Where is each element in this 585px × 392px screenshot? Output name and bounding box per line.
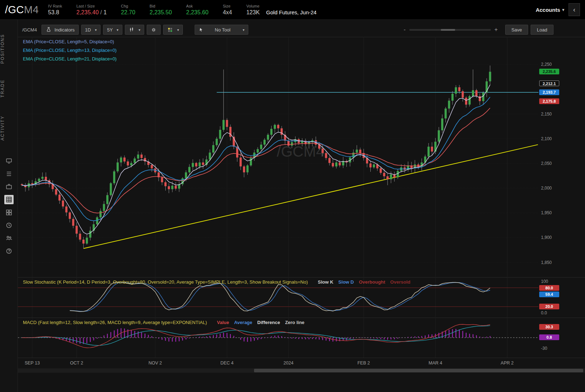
time-axis-label: SEP 13	[25, 361, 40, 366]
legend-item: Oversold	[390, 279, 410, 285]
zoom-slider-thumb[interactable]	[441, 29, 455, 31]
app-window: /GCM4 IV Rank53.8Last / Size2,235.40 / 1…	[0, 0, 585, 392]
symbol-title: /GCM4	[5, 4, 39, 16]
macd-study-label: MACD (Fast length=12, Slow length=26, MA…	[23, 320, 304, 325]
quote-field-label: Ask	[186, 4, 208, 8]
collapse-panel-button[interactable]: ‹	[569, 3, 580, 16]
main-price-chart[interactable]: /GCM4	[18, 37, 562, 277]
price-tick-label: 2,250	[541, 62, 552, 67]
drawing-tool-value: No Tool	[215, 27, 230, 33]
time-axis-label: MAR 4	[429, 361, 442, 366]
range-dropdown[interactable]: 5Y ▾	[103, 25, 122, 35]
ema-label: EMA (Price=CLOSE, Length=21, Displace=0)	[23, 56, 117, 62]
stochastic-study-label: Slow Stochastic (K Period=14, D Period=3…	[23, 279, 410, 285]
header-bar: /GCM4 IV Rank53.8Last / Size2,235.40 / 1…	[0, 0, 585, 20]
sidebar-dashboard-icon[interactable]	[4, 208, 14, 217]
grid-layout-dropdown[interactable]: ▾	[163, 25, 183, 35]
stochastic-label-text: Slow Stochastic (K Period=14, D Period=3…	[23, 279, 308, 285]
load-button[interactable]: Load	[531, 25, 554, 35]
price-tick-label: 2,100	[541, 136, 552, 141]
legend-item: Slow D	[338, 279, 354, 285]
chevron-down-icon: ▾	[562, 8, 564, 12]
dashboard-icon	[5, 209, 13, 216]
sidebar-tab-trade[interactable]: TRADE	[0, 79, 18, 98]
chart-workspace: /GCM4 Indicators 1D ▾ 5Y ▾ ▾ ▾	[18, 20, 585, 392]
flask-icon	[45, 26, 52, 33]
quote-value-part: 2,235.40	[77, 9, 99, 15]
sidebar-tv-icon[interactable]	[4, 182, 14, 191]
accounts-dropdown[interactable]: Accounts ▾	[536, 7, 564, 13]
zoom-control: - +	[404, 26, 498, 33]
time-axis-label: OCT 2	[70, 361, 83, 366]
quote-field-value: 2,235.40 / 1	[77, 9, 107, 16]
sidebar-monitor-icon[interactable]	[4, 156, 14, 166]
ema-label: EMA (Price=CLOSE, Length=13, Displace=0)	[23, 48, 117, 53]
price-tick-label: 2,050	[541, 161, 552, 166]
sidebar-chart-grid-icon[interactable]	[4, 195, 14, 204]
sidebar-tab-activity[interactable]: ACTIVITY	[0, 116, 18, 141]
svg-text:/GCM4: /GCM4	[277, 143, 324, 160]
quote-field-label: Size	[223, 4, 232, 8]
symbol-month: M4	[24, 4, 39, 15]
chart-type-dropdown[interactable]: ▾	[125, 25, 144, 35]
timeframe-value: 1D	[85, 27, 91, 33]
timeframe-dropdown[interactable]: 1D ▾	[81, 25, 101, 35]
quote-field-label: Chg	[121, 4, 135, 8]
price-badge: 30.3	[539, 324, 559, 330]
sidebar-clock-icon[interactable]	[4, 221, 14, 230]
ema-label: EMA (Price=CLOSE, Length=5, Displace=0)	[23, 39, 117, 44]
quote-value-part: /	[99, 9, 103, 15]
stochastic-legend: Slow KSlow DOverboughtOversold	[313, 279, 410, 285]
legend-item: Slow K	[318, 279, 333, 285]
drawing-tool-dropdown[interactable]: No Tool ▾	[195, 25, 248, 35]
header-quote-fields: IV Rank53.8Last / Size2,235.40 / 1Chg22.…	[48, 4, 259, 16]
sidebar-people-icon[interactable]	[4, 234, 14, 243]
price-tick-label: 2,150	[541, 112, 552, 117]
accounts-label: Accounts	[536, 7, 560, 13]
zoom-in-button[interactable]: +	[494, 26, 498, 33]
chevron-left-icon: ‹	[573, 6, 575, 14]
sidebar-tab-positions[interactable]: POSITIONS	[0, 34, 18, 64]
save-button[interactable]: Save	[505, 25, 528, 35]
list-icon	[5, 170, 13, 177]
left-sidebar: POSITIONSTRADEACTIVITY	[0, 20, 18, 392]
save-label: Save	[511, 27, 522, 33]
price-badge: 2,235.6	[539, 69, 559, 74]
sidebar-list-icon[interactable]	[4, 169, 14, 178]
quote-field: Chg22.70	[121, 4, 135, 16]
price-badge: 2,193.7	[539, 89, 559, 95]
toolbar-symbol-label: /GCM4	[22, 27, 37, 33]
chart-toolbar: /GCM4 Indicators 1D ▾ 5Y ▾ ▾ ▾	[20, 24, 583, 35]
quote-value-part: 1	[103, 9, 107, 15]
zoom-out-button[interactable]: -	[404, 26, 405, 33]
scrollbar-thumb[interactable]	[254, 369, 583, 372]
horizontal-scrollbar[interactable]	[18, 368, 585, 373]
quote-field: Bid2,235.50	[150, 4, 172, 16]
chart-grid-icon	[5, 196, 13, 203]
chart-settings-button[interactable]	[147, 25, 161, 35]
grid-layout-icon	[167, 27, 173, 33]
chevron-down-icon: ▾	[138, 28, 140, 32]
zoom-slider-track[interactable]	[409, 29, 491, 31]
load-label: Load	[537, 27, 547, 33]
chevron-down-icon: ▾	[117, 28, 118, 32]
quote-value-part: 4x4	[223, 9, 232, 15]
gear-icon	[151, 27, 157, 33]
legend-item: Overbought	[359, 279, 385, 285]
stoch-tick-label: 100	[541, 279, 548, 284]
macd-tick-label: -30	[541, 346, 547, 351]
range-value: 5Y	[107, 27, 113, 33]
indicators-button[interactable]: Indicators	[42, 25, 78, 35]
price-badge: 0.8	[539, 334, 559, 340]
quote-field-label: IV Rank	[48, 4, 62, 8]
quote-field: Ask2,235.60	[186, 4, 208, 16]
quote-value-part: 123K	[246, 9, 259, 15]
price-badge: 59.4	[539, 291, 559, 297]
price-badge: 20.0	[539, 304, 559, 309]
legend-item: Value	[217, 320, 229, 325]
quote-field-value: 22.70	[121, 9, 135, 16]
macd-legend: ValueAverageDifferenceZero line	[212, 320, 304, 325]
sidebar-help-icon[interactable]	[4, 246, 14, 256]
quote-field-label: Volume	[246, 4, 259, 8]
time-axis: SEP 13OCT 2NOV 2DEC 42024FEB 2MAR 4APR 2	[18, 358, 585, 368]
